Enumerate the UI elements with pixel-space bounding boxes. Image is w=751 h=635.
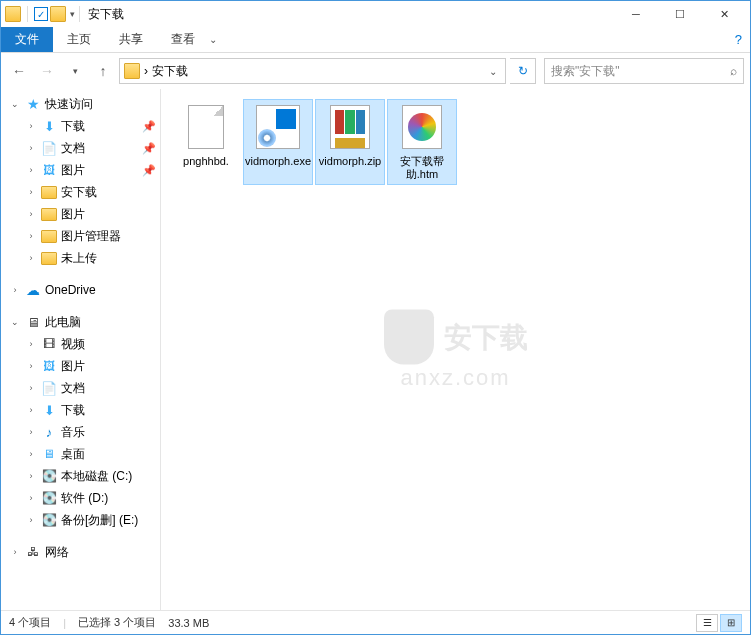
drive-icon: 💽 [41,468,57,484]
sidebar-item[interactable]: ›🖼图片 [1,355,160,377]
label: 下载 [61,118,85,135]
chevron-down-icon[interactable]: ⌄ [9,99,21,109]
sidebar-item[interactable]: ›图片 [1,203,160,225]
sidebar-onedrive[interactable]: › ☁ OneDrive [1,279,160,301]
sidebar-item[interactable]: ›♪音乐 [1,421,160,443]
file-item[interactable]: vidmorph.exe [243,99,313,185]
sidebar-item[interactable]: ›⬇下载 [1,399,160,421]
chevron-right-icon[interactable]: › [25,143,37,153]
chevron-right-icon[interactable]: › [25,121,37,131]
qat-folder-icon[interactable] [50,6,66,22]
back-button[interactable]: ← [7,59,31,83]
drive-icon: 💽 [41,490,57,506]
chevron-right-icon[interactable]: › [25,187,37,197]
chevron-right-icon[interactable]: › [9,547,21,557]
sidebar-item[interactable]: ›📄文档📌 [1,137,160,159]
status-selection: 已选择 3 个项目 [78,615,156,630]
label: OneDrive [45,283,96,297]
sidebar-item[interactable]: ›💽软件 (D:) [1,487,160,509]
app-folder-icon [5,6,21,22]
label: 未上传 [61,250,97,267]
pin-icon: 📌 [142,164,156,177]
file-item[interactable]: 安下载帮助.htm [387,99,457,185]
chevron-right-icon[interactable]: › [25,449,37,459]
sidebar-item[interactable]: ›💽备份[勿删] (E:) [1,509,160,531]
title-bar: ✓ ▾ 安下载 ─ ☐ ✕ [1,1,750,27]
download-icon: ⬇ [41,402,57,418]
htm-icon [402,105,442,149]
video-icon: 🎞 [41,336,57,352]
chevron-right-icon[interactable]: › [25,427,37,437]
sidebar-item[interactable]: ›💽本地磁盘 (C:) [1,465,160,487]
chevron-right-icon[interactable]: › [25,231,37,241]
chevron-down-icon[interactable]: ⌄ [9,317,21,327]
chevron-right-icon[interactable]: › [25,253,37,263]
file-item[interactable]: vidmorph.zip [315,99,385,185]
help-icon[interactable]: ? [735,32,742,47]
label: 文档 [61,380,85,397]
address-bar[interactable]: › 安下载 ⌄ [119,58,506,84]
sidebar-item[interactable]: ›安下载 [1,181,160,203]
chevron-right-icon[interactable]: › [25,383,37,393]
chevron-right-icon[interactable]: › [25,339,37,349]
folder-icon [41,206,57,222]
minimize-button[interactable]: ─ [614,1,658,27]
sidebar-item[interactable]: ›📄文档 [1,377,160,399]
window-title: 安下载 [88,6,124,23]
network-icon: 🖧 [25,544,41,560]
label: 软件 (D:) [61,490,108,507]
view-icons-button[interactable]: ⊞ [720,614,742,632]
addr-folder-icon [124,63,140,79]
tab-file[interactable]: 文件 [1,27,53,52]
sidebar-item[interactable]: ›🎞视频 [1,333,160,355]
addr-dropdown-icon[interactable]: ⌄ [489,66,501,77]
file-pane[interactable]: pnghhbd.vidmorph.exevidmorph.zip安下载帮助.ht… [161,89,750,611]
refresh-button[interactable]: ↻ [510,58,536,84]
search-placeholder: 搜索"安下载" [551,63,620,80]
tab-view[interactable]: 查看 [157,27,209,52]
forward-button[interactable]: → [35,59,59,83]
up-button[interactable]: ↑ [91,59,115,83]
maximize-button[interactable]: ☐ [658,1,702,27]
breadcrumb[interactable]: 安下载 [152,63,188,80]
file-item[interactable]: pnghhbd. [171,99,241,185]
sidebar-item[interactable]: ›未上传 [1,247,160,269]
expand-ribbon-icon[interactable]: ⌄ [209,34,217,45]
chevron-right-icon[interactable]: › [25,361,37,371]
chevron-right-icon[interactable]: › [25,471,37,481]
tab-share[interactable]: 共享 [105,27,157,52]
label: 文档 [61,140,85,157]
qat-properties-checkbox[interactable]: ✓ [34,7,48,21]
sidebar-quick-access[interactable]: ⌄ ★ 快速访问 [1,93,160,115]
file-name: pnghhbd. [183,155,229,168]
window-controls: ─ ☐ ✕ [614,1,746,27]
tab-home[interactable]: 主页 [53,27,105,52]
view-details-button[interactable]: ☰ [696,614,718,632]
sidebar-this-pc[interactable]: ⌄ 🖥 此电脑 [1,311,160,333]
sidebar-item[interactable]: ›图片管理器 [1,225,160,247]
chevron-right-icon[interactable]: › [25,493,37,503]
label: 图片 [61,206,85,223]
chevron-right-icon[interactable]: › [25,515,37,525]
desktop-icon: 🖥 [41,446,57,462]
sidebar-network[interactable]: › 🖧 网络 [1,541,160,563]
sidebar-item[interactable]: ›🖼图片📌 [1,159,160,181]
search-input[interactable]: 搜索"安下载" ⌕ [544,58,744,84]
sidebar-item[interactable]: ›🖥桌面 [1,443,160,465]
view-switcher: ☰ ⊞ [696,614,742,632]
chevron-right-icon[interactable]: › [25,165,37,175]
pin-icon: 📌 [142,120,156,133]
folder-icon [41,250,57,266]
close-button[interactable]: ✕ [702,1,746,27]
sidebar-item[interactable]: ›⬇下载📌 [1,115,160,137]
chevron-right-icon[interactable]: › [25,405,37,415]
status-size: 33.3 MB [168,617,209,629]
chevron-right-icon[interactable]: › [9,285,21,295]
watermark-line2: anxz.com [384,365,528,391]
exe-icon [256,105,300,149]
chevron-right-icon[interactable]: › [25,209,37,219]
label: 视频 [61,336,85,353]
drive-icon: 💽 [41,512,57,528]
recent-dropdown-icon[interactable]: ▾ [63,59,87,83]
qat-dropdown-icon[interactable]: ▾ [70,9,75,19]
